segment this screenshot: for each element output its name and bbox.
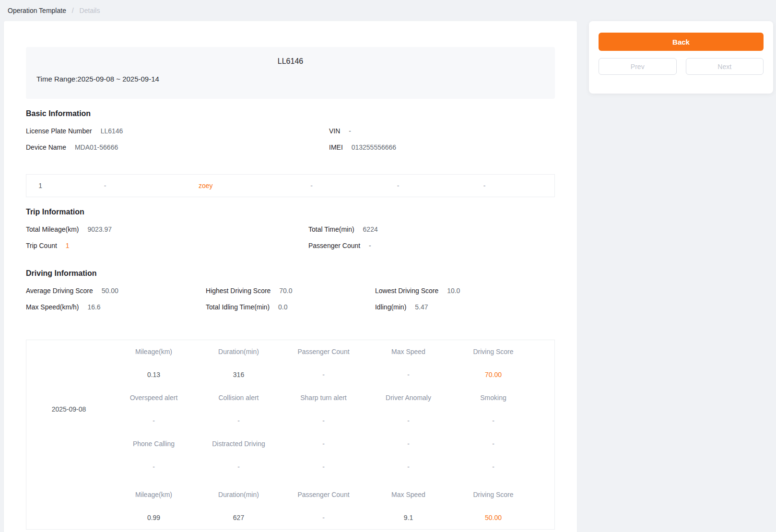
basic-info-row-2: Device Name MDA01-56666 IMEI 01325555666… xyxy=(26,139,555,155)
driving-score-value: 50.00 xyxy=(451,514,536,521)
field-label: License Plate Number xyxy=(26,127,92,135)
breadcrumb-separator: / xyxy=(72,7,74,14)
table-cell: - xyxy=(196,417,281,425)
column-header: Smoking xyxy=(451,394,536,402)
imei-field: IMEI 013255556666 xyxy=(329,143,555,151)
field-label: Device Name xyxy=(26,143,66,151)
back-button[interactable]: Back xyxy=(599,33,764,51)
day-group: Mileage(km) Duration(min) Passenger Coun… xyxy=(26,478,554,529)
field-label: Idling(min) xyxy=(375,303,406,311)
field-value: LL6146 xyxy=(101,127,123,135)
trip-info-row-2: Trip Count 1 Passenger Count - xyxy=(26,237,555,254)
table-row: - - - - - xyxy=(111,409,554,432)
total-time-field: Total Time(min) 6224 xyxy=(308,225,555,233)
table-cell: - xyxy=(366,463,451,471)
driving-score-value: 70.00 xyxy=(451,371,536,378)
table-cell: - xyxy=(111,417,196,425)
breadcrumb-operation-template[interactable]: Operation Template xyxy=(8,7,66,14)
field-value: MDA01-56666 xyxy=(75,143,118,151)
vin-field: VIN - xyxy=(329,127,555,135)
time-range: Time Range:2025-09-08 ~ 2025-09-14 xyxy=(36,74,544,84)
field-value: 5.47 xyxy=(415,303,428,311)
day-date xyxy=(26,483,111,529)
basic-info-row-1: License Plate Number LL6146 VIN - xyxy=(26,123,555,139)
driver-summary-row: 1 - zoey - - - xyxy=(26,174,555,197)
column-header: - xyxy=(451,440,536,448)
table-cell: 0.99 xyxy=(111,514,196,521)
field-value: 70.0 xyxy=(279,287,292,295)
column-header: Duration(min) xyxy=(196,348,281,355)
field-label: Max Speed(km/h) xyxy=(26,303,79,311)
field-label: IMEI xyxy=(329,143,343,151)
column-header: Max Speed xyxy=(366,348,451,355)
table-cell: - xyxy=(281,463,366,471)
column-header: Driver Anomaly xyxy=(366,394,451,402)
table-cell: - xyxy=(451,463,536,471)
table-cell: - xyxy=(111,463,196,471)
field-label: VIN xyxy=(329,127,340,135)
action-panel: Back Prev Next xyxy=(589,21,773,94)
field-label: Trip Count xyxy=(26,242,57,249)
driving-info-row-1: Average Driving Score 50.00 Highest Driv… xyxy=(26,283,555,299)
table-cell: 9.1 xyxy=(366,514,451,521)
device-name-field: Device Name MDA01-56666 xyxy=(26,143,329,151)
table-cell: - xyxy=(366,371,451,378)
column-header: - xyxy=(366,440,451,448)
table-row: Phone Calling Distracted Driving - - - xyxy=(111,432,554,455)
table-row: 0.13 316 - - 70.00 xyxy=(111,363,554,386)
table-row: Overspeed alert Collision alert Sharp tu… xyxy=(111,386,554,409)
vehicle-header-panel: LL6146 Time Range:2025-09-08 ~ 2025-09-1… xyxy=(26,47,555,99)
trip-information-heading: Trip Information xyxy=(26,197,555,221)
breadcrumb-details: Details xyxy=(80,7,100,14)
column-header: - xyxy=(281,440,366,448)
driver-row-cell: - xyxy=(54,182,155,189)
table-cell: 0.13 xyxy=(111,371,196,378)
field-value: 013255556666 xyxy=(352,143,396,151)
driver-row-cell: - xyxy=(367,182,429,189)
details-card: LL6146 Time Range:2025-09-08 ~ 2025-09-1… xyxy=(4,21,577,532)
table-cell: - xyxy=(281,514,366,521)
driver-name-link[interactable]: zoey xyxy=(199,182,213,189)
license-plate-field: License Plate Number LL6146 xyxy=(26,127,329,135)
max-speed-field: Max Speed(km/h) 16.6 xyxy=(26,303,206,311)
field-value: 0.0 xyxy=(278,303,287,311)
lowest-score-field: Lowest Driving Score 10.0 xyxy=(375,287,555,295)
table-cell: 316 xyxy=(196,371,281,378)
field-value: 9023.97 xyxy=(87,225,112,233)
column-header: Mileage(km) xyxy=(111,491,196,498)
column-header: Distracted Driving xyxy=(196,440,281,448)
field-value: 50.00 xyxy=(102,287,118,295)
day-group: 2025-09-08 Mileage(km) Duration(min) Pas… xyxy=(26,340,554,478)
table-cell: - xyxy=(196,463,281,471)
breadcrumb: Operation Template / Details xyxy=(8,6,100,15)
passenger-count-field: Passenger Count - xyxy=(308,242,555,249)
column-header: Driving Score xyxy=(451,348,536,355)
total-mileage-field: Total Mileage(km) 9023.97 xyxy=(26,225,308,233)
field-label: Total Mileage(km) xyxy=(26,225,79,233)
field-value: 16.6 xyxy=(87,303,100,311)
column-header: Phone Calling xyxy=(111,440,196,448)
trip-count-value: 1 xyxy=(66,242,70,249)
highest-score-field: Highest Driving Score 70.0 xyxy=(206,287,375,295)
field-label: Highest Driving Score xyxy=(206,287,270,295)
table-cell: - xyxy=(451,417,536,425)
driver-row-cell: - xyxy=(429,182,540,189)
column-header: Mileage(km) xyxy=(111,348,196,355)
daily-stats-table: 2025-09-08 Mileage(km) Duration(min) Pas… xyxy=(26,340,555,530)
table-row: Mileage(km) Duration(min) Passenger Coun… xyxy=(111,340,554,363)
next-button[interactable]: Next xyxy=(686,58,764,75)
field-value: - xyxy=(349,127,351,135)
table-row: 0.99 627 - 9.1 50.00 xyxy=(111,506,554,529)
column-header: Overspeed alert xyxy=(111,394,196,402)
day-date: 2025-09-08 xyxy=(26,340,111,478)
driver-row-cell: - xyxy=(256,182,367,189)
driving-information-heading: Driving Information xyxy=(26,254,555,283)
driving-info-row-2: Max Speed(km/h) 16.6 Total Idling Time(m… xyxy=(26,299,555,315)
field-value: - xyxy=(369,242,371,249)
prev-button[interactable]: Prev xyxy=(599,58,677,75)
table-row: - - - - - xyxy=(111,455,554,478)
table-cell: 627 xyxy=(196,514,281,521)
page: Operation Template / Details LL6146 Time… xyxy=(0,0,776,532)
trip-info-row-1: Total Mileage(km) 9023.97 Total Time(min… xyxy=(26,221,555,237)
table-row: Mileage(km) Duration(min) Passenger Coun… xyxy=(111,483,554,506)
